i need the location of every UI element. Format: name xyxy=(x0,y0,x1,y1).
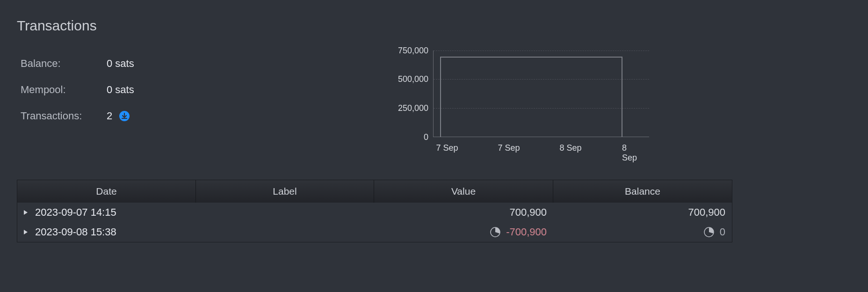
chart-ytick-0: 0 xyxy=(372,132,428,142)
cell-date: 2023-09-08 15:38 xyxy=(17,222,196,242)
date-text: 2023-09-07 14:15 xyxy=(35,206,116,219)
table-row[interactable]: 2023-09-07 14:15700,900700,900 xyxy=(17,203,732,222)
cell-date: 2023-09-07 14:15 xyxy=(17,203,196,222)
chart-xtick-1: 7 Sep xyxy=(498,143,520,153)
pie-icon xyxy=(704,227,714,237)
chart-xtick-0: 7 Sep xyxy=(436,143,458,153)
expand-caret-icon[interactable] xyxy=(23,229,29,235)
balance-label: Balance: xyxy=(21,58,107,70)
cell-balance: 0 xyxy=(553,222,732,242)
pie-icon xyxy=(490,227,500,237)
mempool-label: Mempool: xyxy=(21,84,107,96)
cell-label xyxy=(196,222,374,242)
stat-mempool: Mempool: 0 sats xyxy=(21,77,372,103)
cell-value: -700,900 xyxy=(374,222,553,242)
stat-balance: Balance: 0 sats xyxy=(21,51,372,77)
transactions-value: 2 xyxy=(107,110,112,122)
stat-transactions: Transactions: 2 xyxy=(21,103,372,129)
th-label[interactable]: Label xyxy=(196,180,374,203)
balance-text: 0 xyxy=(720,226,725,238)
transactions-table: Date Label Value Balance 2023-09-07 14:1… xyxy=(17,180,732,242)
balance-chart: 750,000 500,000 250,000 0 7 Sep 7 Sep 8 … xyxy=(372,51,653,158)
transactions-label: Transactions: xyxy=(21,110,107,122)
cell-value: 700,900 xyxy=(374,203,553,222)
download-icon[interactable] xyxy=(119,110,130,122)
chart-ytick-3: 750,000 xyxy=(372,46,428,56)
page-title: Transactions xyxy=(17,18,868,34)
balance-value: 0 sats xyxy=(107,58,134,70)
table-row[interactable]: 2023-09-08 15:38-700,9000 xyxy=(17,222,732,242)
date-text: 2023-09-08 15:38 xyxy=(35,226,116,238)
balance-text: 700,900 xyxy=(688,206,725,219)
th-date[interactable]: Date xyxy=(17,180,196,203)
table-header: Date Label Value Balance xyxy=(17,180,732,203)
summary-stats: Balance: 0 sats Mempool: 0 sats Transact… xyxy=(17,51,372,129)
chart-ytick-1: 250,000 xyxy=(372,103,428,113)
expand-caret-icon[interactable] xyxy=(23,210,29,215)
chart-plot-area xyxy=(433,51,649,137)
chart-ytick-2: 500,000 xyxy=(372,74,428,84)
mempool-value: 0 sats xyxy=(107,84,134,96)
chart-xtick-2: 8 Sep xyxy=(559,143,581,153)
th-value[interactable]: Value xyxy=(374,180,553,203)
value-text: -700,900 xyxy=(506,226,547,238)
chart-xtick-3: 8 Sep xyxy=(622,143,643,163)
value-text: 700,900 xyxy=(509,206,547,219)
cell-label xyxy=(196,203,374,222)
cell-balance: 700,900 xyxy=(553,203,732,222)
th-balance[interactable]: Balance xyxy=(553,180,732,203)
